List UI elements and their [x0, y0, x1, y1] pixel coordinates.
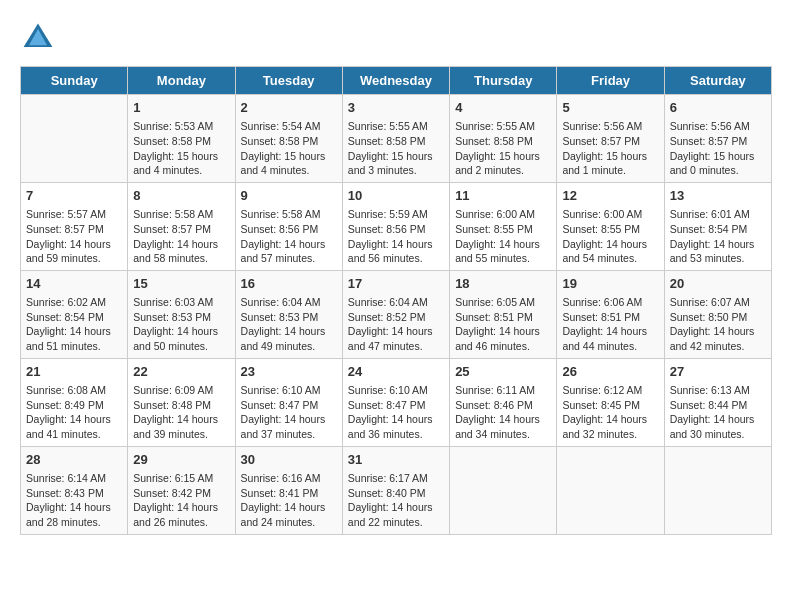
header: [20, 20, 772, 56]
day-number: 5: [562, 99, 658, 117]
calendar-cell: 19Sunrise: 6:06 AM Sunset: 8:51 PM Dayli…: [557, 270, 664, 358]
day-info: Sunrise: 5:56 AM Sunset: 8:57 PM Dayligh…: [670, 119, 766, 178]
calendar-cell: 10Sunrise: 5:59 AM Sunset: 8:56 PM Dayli…: [342, 182, 449, 270]
day-info: Sunrise: 5:58 AM Sunset: 8:56 PM Dayligh…: [241, 207, 337, 266]
calendar-cell: 31Sunrise: 6:17 AM Sunset: 8:40 PM Dayli…: [342, 446, 449, 534]
calendar-cell: 21Sunrise: 6:08 AM Sunset: 8:49 PM Dayli…: [21, 358, 128, 446]
calendar-cell: 23Sunrise: 6:10 AM Sunset: 8:47 PM Dayli…: [235, 358, 342, 446]
calendar-cell: 30Sunrise: 6:16 AM Sunset: 8:41 PM Dayli…: [235, 446, 342, 534]
day-info: Sunrise: 6:03 AM Sunset: 8:53 PM Dayligh…: [133, 295, 229, 354]
weekday-header-wednesday: Wednesday: [342, 67, 449, 95]
calendar-cell: 11Sunrise: 6:00 AM Sunset: 8:55 PM Dayli…: [450, 182, 557, 270]
day-info: Sunrise: 6:12 AM Sunset: 8:45 PM Dayligh…: [562, 383, 658, 442]
day-number: 17: [348, 275, 444, 293]
day-number: 12: [562, 187, 658, 205]
day-number: 31: [348, 451, 444, 469]
day-number: 22: [133, 363, 229, 381]
day-number: 24: [348, 363, 444, 381]
weekday-header-saturday: Saturday: [664, 67, 771, 95]
day-number: 7: [26, 187, 122, 205]
calendar-cell: 15Sunrise: 6:03 AM Sunset: 8:53 PM Dayli…: [128, 270, 235, 358]
day-info: Sunrise: 6:16 AM Sunset: 8:41 PM Dayligh…: [241, 471, 337, 530]
day-info: Sunrise: 6:00 AM Sunset: 8:55 PM Dayligh…: [562, 207, 658, 266]
day-number: 11: [455, 187, 551, 205]
day-info: Sunrise: 5:54 AM Sunset: 8:58 PM Dayligh…: [241, 119, 337, 178]
weekday-header-sunday: Sunday: [21, 67, 128, 95]
calendar-cell: 12Sunrise: 6:00 AM Sunset: 8:55 PM Dayli…: [557, 182, 664, 270]
day-info: Sunrise: 5:53 AM Sunset: 8:58 PM Dayligh…: [133, 119, 229, 178]
calendar-week-row: 14Sunrise: 6:02 AM Sunset: 8:54 PM Dayli…: [21, 270, 772, 358]
day-info: Sunrise: 6:04 AM Sunset: 8:53 PM Dayligh…: [241, 295, 337, 354]
day-number: 9: [241, 187, 337, 205]
day-number: 19: [562, 275, 658, 293]
day-info: Sunrise: 6:17 AM Sunset: 8:40 PM Dayligh…: [348, 471, 444, 530]
day-info: Sunrise: 6:13 AM Sunset: 8:44 PM Dayligh…: [670, 383, 766, 442]
day-number: 1: [133, 99, 229, 117]
day-info: Sunrise: 5:55 AM Sunset: 8:58 PM Dayligh…: [455, 119, 551, 178]
day-number: 18: [455, 275, 551, 293]
calendar-cell: 25Sunrise: 6:11 AM Sunset: 8:46 PM Dayli…: [450, 358, 557, 446]
calendar-cell: 13Sunrise: 6:01 AM Sunset: 8:54 PM Dayli…: [664, 182, 771, 270]
day-number: 21: [26, 363, 122, 381]
day-info: Sunrise: 6:10 AM Sunset: 8:47 PM Dayligh…: [241, 383, 337, 442]
calendar-cell: 26Sunrise: 6:12 AM Sunset: 8:45 PM Dayli…: [557, 358, 664, 446]
calendar-cell: [664, 446, 771, 534]
calendar-cell: 29Sunrise: 6:15 AM Sunset: 8:42 PM Dayli…: [128, 446, 235, 534]
calendar-cell: 14Sunrise: 6:02 AM Sunset: 8:54 PM Dayli…: [21, 270, 128, 358]
day-number: 27: [670, 363, 766, 381]
calendar-cell: 28Sunrise: 6:14 AM Sunset: 8:43 PM Dayli…: [21, 446, 128, 534]
calendar-cell: [557, 446, 664, 534]
calendar-week-row: 28Sunrise: 6:14 AM Sunset: 8:43 PM Dayli…: [21, 446, 772, 534]
day-number: 4: [455, 99, 551, 117]
weekday-header-monday: Monday: [128, 67, 235, 95]
calendar-cell: 20Sunrise: 6:07 AM Sunset: 8:50 PM Dayli…: [664, 270, 771, 358]
logo-icon: [20, 20, 56, 56]
day-info: Sunrise: 5:56 AM Sunset: 8:57 PM Dayligh…: [562, 119, 658, 178]
calendar-week-row: 7Sunrise: 5:57 AM Sunset: 8:57 PM Daylig…: [21, 182, 772, 270]
day-number: 23: [241, 363, 337, 381]
day-info: Sunrise: 6:15 AM Sunset: 8:42 PM Dayligh…: [133, 471, 229, 530]
calendar-week-row: 21Sunrise: 6:08 AM Sunset: 8:49 PM Dayli…: [21, 358, 772, 446]
day-info: Sunrise: 6:14 AM Sunset: 8:43 PM Dayligh…: [26, 471, 122, 530]
day-number: 6: [670, 99, 766, 117]
day-number: 13: [670, 187, 766, 205]
day-number: 3: [348, 99, 444, 117]
calendar-cell: [450, 446, 557, 534]
calendar-cell: 2Sunrise: 5:54 AM Sunset: 8:58 PM Daylig…: [235, 95, 342, 183]
day-number: 10: [348, 187, 444, 205]
day-number: 25: [455, 363, 551, 381]
day-info: Sunrise: 5:59 AM Sunset: 8:56 PM Dayligh…: [348, 207, 444, 266]
calendar-cell: 27Sunrise: 6:13 AM Sunset: 8:44 PM Dayli…: [664, 358, 771, 446]
calendar-cell: 24Sunrise: 6:10 AM Sunset: 8:47 PM Dayli…: [342, 358, 449, 446]
day-info: Sunrise: 6:10 AM Sunset: 8:47 PM Dayligh…: [348, 383, 444, 442]
day-info: Sunrise: 6:04 AM Sunset: 8:52 PM Dayligh…: [348, 295, 444, 354]
calendar-cell: 6Sunrise: 5:56 AM Sunset: 8:57 PM Daylig…: [664, 95, 771, 183]
day-number: 20: [670, 275, 766, 293]
day-info: Sunrise: 6:11 AM Sunset: 8:46 PM Dayligh…: [455, 383, 551, 442]
day-number: 16: [241, 275, 337, 293]
day-info: Sunrise: 6:06 AM Sunset: 8:51 PM Dayligh…: [562, 295, 658, 354]
calendar-cell: 4Sunrise: 5:55 AM Sunset: 8:58 PM Daylig…: [450, 95, 557, 183]
day-info: Sunrise: 5:55 AM Sunset: 8:58 PM Dayligh…: [348, 119, 444, 178]
day-info: Sunrise: 6:02 AM Sunset: 8:54 PM Dayligh…: [26, 295, 122, 354]
calendar-cell: [21, 95, 128, 183]
weekday-header-row: SundayMondayTuesdayWednesdayThursdayFrid…: [21, 67, 772, 95]
logo: [20, 20, 60, 56]
day-number: 28: [26, 451, 122, 469]
day-info: Sunrise: 6:01 AM Sunset: 8:54 PM Dayligh…: [670, 207, 766, 266]
calendar-cell: 8Sunrise: 5:58 AM Sunset: 8:57 PM Daylig…: [128, 182, 235, 270]
calendar-cell: 18Sunrise: 6:05 AM Sunset: 8:51 PM Dayli…: [450, 270, 557, 358]
calendar-cell: 3Sunrise: 5:55 AM Sunset: 8:58 PM Daylig…: [342, 95, 449, 183]
calendar-table: SundayMondayTuesdayWednesdayThursdayFrid…: [20, 66, 772, 535]
day-number: 14: [26, 275, 122, 293]
day-info: Sunrise: 5:57 AM Sunset: 8:57 PM Dayligh…: [26, 207, 122, 266]
weekday-header-friday: Friday: [557, 67, 664, 95]
calendar-cell: 7Sunrise: 5:57 AM Sunset: 8:57 PM Daylig…: [21, 182, 128, 270]
day-number: 29: [133, 451, 229, 469]
calendar-cell: 5Sunrise: 5:56 AM Sunset: 8:57 PM Daylig…: [557, 95, 664, 183]
day-number: 2: [241, 99, 337, 117]
calendar-cell: 16Sunrise: 6:04 AM Sunset: 8:53 PM Dayli…: [235, 270, 342, 358]
calendar-cell: 17Sunrise: 6:04 AM Sunset: 8:52 PM Dayli…: [342, 270, 449, 358]
day-number: 26: [562, 363, 658, 381]
weekday-header-thursday: Thursday: [450, 67, 557, 95]
